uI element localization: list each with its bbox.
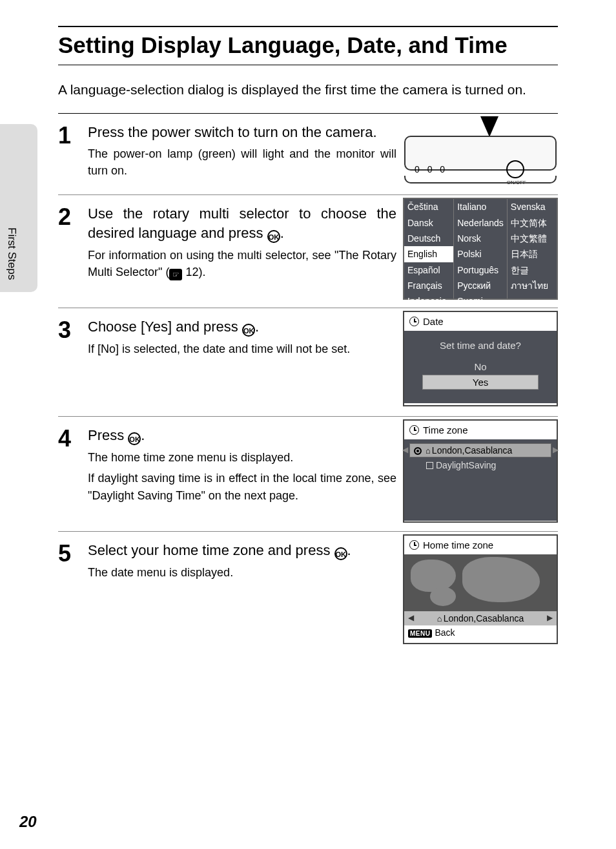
lang-item: 한글 (508, 262, 557, 278)
frame-counter: 0 0 0 (415, 164, 447, 174)
checkbox-empty-icon (426, 462, 433, 469)
clock-icon (409, 540, 419, 550)
ok-icon: OK (128, 432, 141, 445)
clock-icon (409, 425, 419, 435)
ok-icon: OK (334, 547, 347, 560)
timezone-selected: ⌂London,Casablanca (404, 611, 557, 625)
back-row: MENUBack (404, 625, 557, 640)
option-yes-selected: Yes (422, 375, 539, 390)
intro-text: A language-selection dialog is displayed… (58, 79, 558, 100)
step-heading: Use the rotary multi selector to choose … (88, 204, 396, 243)
dialog-question: Set time and date? (404, 331, 557, 359)
step-desc: If [No] is selected, the date and time w… (88, 341, 396, 357)
lang-item: Français (404, 278, 453, 293)
step-number: 1 (58, 123, 88, 147)
lang-item: Italiano (454, 199, 507, 215)
title-bar: Setting Display Language, Date, and Time (58, 26, 558, 65)
lang-item: Dansk (404, 215, 453, 231)
lang-item: Indonesia (404, 293, 453, 309)
lang-item: Polski (454, 246, 507, 262)
lang-item: Suomi (454, 293, 507, 309)
radio-selected-icon (414, 447, 422, 455)
figure-language-menu: Čeština Dansk Deutsch English Español Fr… (403, 198, 558, 300)
lang-item (508, 293, 557, 296)
figure-camera-top: 0 0 0 ON/OFF (403, 116, 558, 187)
step-desc: The home time zone menu is displayed. If… (88, 449, 396, 503)
step-4: 4 Press OK. The home time zone menu is d… (58, 417, 558, 532)
step-heading: Press OK. (88, 426, 396, 445)
world-map-icon (404, 554, 557, 611)
lang-item: 中文繁體 (508, 231, 557, 246)
clock-icon (409, 317, 419, 326)
home-icon: ⌂ (437, 614, 442, 624)
step-5: 5 Select your home time zone and press O… (58, 532, 558, 651)
lang-item: 中文简体 (508, 215, 557, 231)
lang-item: Svenska (508, 199, 557, 215)
lang-item: Čeština (404, 199, 453, 215)
lang-item: Русский (454, 278, 507, 293)
camera-body-outline (404, 176, 557, 183)
step-heading: Press the power switch to turn on the ca… (88, 123, 396, 142)
step-number: 5 (58, 541, 88, 565)
page: Setting Display Language, Date, and Time… (0, 0, 616, 849)
lang-item-selected: English (404, 246, 453, 262)
dialog-header: Home time zone (404, 536, 557, 554)
step-2: 2 Use the rotary multi selector to choos… (58, 195, 558, 308)
camera-top-outline: 0 0 0 ON/OFF (404, 136, 557, 171)
figure-home-timezone-dialog: Home time zone ⌂London,Casablanca MENUBa… (403, 534, 558, 644)
lang-item: Português (454, 262, 507, 278)
step-number: 2 (58, 204, 88, 229)
step-heading: Choose [Yes] and press OK. (88, 317, 396, 337)
step-desc: The date menu is displayed. (88, 564, 396, 581)
lang-item: Norsk (454, 231, 507, 246)
step-heading: Select your home time zone and press OK. (88, 541, 396, 560)
step-3: 3 Choose [Yes] and press OK. If [No] is … (58, 308, 558, 417)
option-no: No (422, 360, 539, 373)
lang-item: Español (404, 262, 453, 278)
step-desc: For information on using the multi selec… (88, 247, 396, 280)
lang-item: 日本語 (508, 246, 557, 262)
page-title: Setting Display Language, Date, and Time (58, 32, 558, 65)
page-number: 20 (19, 813, 37, 831)
lang-item: Nederlands (454, 215, 507, 231)
ok-icon: OK (242, 324, 255, 337)
lang-col-3: Svenska 中文简体 中文繁體 日本語 한글 ภาษาไทย (508, 199, 557, 299)
page-ref-icon: ☞ (169, 269, 182, 280)
steps-list: 1 Press the power switch to turn on the … (58, 113, 558, 652)
figure-date-dialog: Date Set time and date? No Yes (403, 311, 558, 406)
arrow-down-icon (480, 116, 498, 137)
figure-timezone-dialog: Time zone ⌂London,Casablanca DaylightSav… (403, 419, 558, 523)
timezone-row-selected: ⌂London,Casablanca (409, 443, 551, 457)
step-1: 1 Press the power switch to turn on the … (58, 114, 558, 196)
ok-icon: OK (267, 230, 280, 243)
lang-col-1: Čeština Dansk Deutsch English Español Fr… (404, 199, 454, 299)
lang-item: ภาษาไทย (508, 278, 557, 293)
home-icon: ⌂ (426, 446, 431, 456)
step-desc: The power-on lamp (green) will light and… (88, 145, 396, 179)
dialog-header: Time zone (404, 421, 557, 439)
lang-item: Deutsch (404, 231, 453, 246)
step-number: 4 (58, 426, 88, 450)
menu-button-icon: MENU (408, 629, 432, 638)
lang-col-2: Italiano Nederlands Norsk Polski Portugu… (454, 199, 508, 299)
dialog-header: Date (404, 312, 557, 331)
daylight-row: DaylightSaving (409, 459, 551, 472)
step-number: 3 (58, 317, 88, 342)
